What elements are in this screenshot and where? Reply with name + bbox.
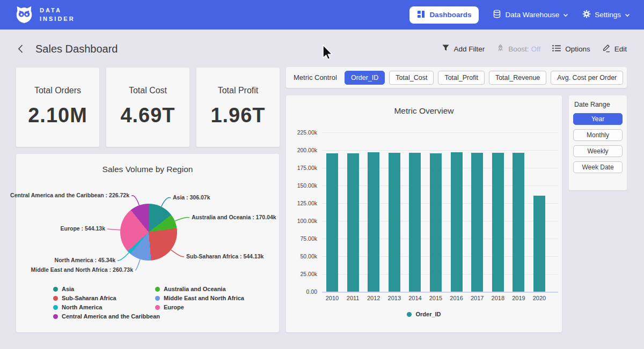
y-axis-tick: 50.00k [289,253,317,259]
pie-chart-card: Sales Volume by Region Asia : 306.07kAus… [16,154,279,332]
options-button[interactable]: Options [552,44,590,54]
pie-slice-label: Middle East and North Africa : 260.73k [31,266,133,273]
legend-label: Europe [164,304,184,310]
bar-2019[interactable] [513,153,524,292]
page-title: Sales Dashboard [35,43,118,55]
date-range-buttons: YearMonthlyWeeklyWeek Date [573,113,623,173]
legend-item[interactable]: Central America and the Caribbean [53,313,160,320]
y-axis-tick: 125.00k [289,200,317,206]
date-range-title: Date Range [574,101,623,108]
data-warehouse-label: Data Warehouse [505,11,559,19]
legend-dot [155,296,160,301]
pie-leader-line [171,250,185,257]
list-options-icon [552,44,561,54]
boost-toggle[interactable]: Boost: Off [496,44,540,54]
legend-label: Central America and the Caribbean [62,313,160,320]
x-axis-tick: 2012 [362,295,385,301]
rocket-icon [496,44,504,54]
kpi-value: 2.10M [28,104,87,127]
legend-item[interactable]: Sub-Saharan Africa [53,295,160,301]
bar-2014[interactable] [409,153,421,292]
metric-option-order-id[interactable]: Order_ID [345,71,385,85]
dashboard-header: Sales Dashboard Add Filter Boost: Off [0,38,644,60]
kpi-value: 1.96T [210,104,265,127]
y-axis-tick: 25.00k [289,271,317,277]
bar-2010[interactable] [326,153,338,292]
legend-item[interactable]: Europe [155,304,244,310]
data-warehouse-menu[interactable]: Data Warehouse [493,10,568,20]
bar-2017[interactable] [471,153,483,292]
metric-option-avg-cost-per-order[interactable]: Avg. Cost per Order [551,71,623,85]
x-axis-tick: 2011 [341,295,365,301]
date-range-week-date[interactable]: Week Date [573,161,623,173]
metric-option-total-cost[interactable]: Total_Cost [389,71,434,85]
bar-2020[interactable] [533,196,545,292]
bar-chart-legend[interactable]: Order_ID [286,311,562,317]
legend-label: Order_ID [415,311,441,317]
bar-2015[interactable] [430,153,442,292]
add-filter-button[interactable]: Add Filter [442,44,485,54]
y-axis-tick: 175.00k [289,165,317,171]
gridline [322,292,558,293]
legend-dot [53,305,58,310]
metric-option-total-profit[interactable]: Total_Profit [438,71,485,85]
pie-legend-column: Australia and OceaniaMiddle East and Nor… [155,286,244,310]
x-axis-tick: 2015 [424,295,448,301]
date-range-weekly[interactable]: Weekly [573,145,623,157]
kpi-label: Total Profit [218,86,259,95]
settings-menu[interactable]: Settings [582,10,630,20]
top-navbar: DATA INSIDER Dashboards Da [0,0,644,29]
legend-item[interactable]: North America [53,304,160,310]
back-button[interactable] [17,44,24,54]
edit-button[interactable]: Edit [602,43,627,54]
legend-item[interactable]: Australia and Oceania [155,286,244,292]
gridline [322,132,558,133]
y-axis-tick: 150.00k [289,182,317,189]
x-axis-tick: 2018 [486,295,510,301]
pie-slice-label: Asia : 306.07k [173,194,210,201]
legend-dot [155,305,160,310]
metric-control-label: Metric Control [294,73,337,81]
date-range-year[interactable]: Year [573,113,623,125]
settings-label: Settings [595,11,621,19]
kpi-card: Total Profit1.96T [196,68,280,147]
bar-chart-card: Metric Overview 225.00k200.00k175.00k150… [286,95,562,332]
bar-2016[interactable] [451,152,463,292]
y-axis-tick: 75.00k [289,235,317,242]
bar-2013[interactable] [389,153,400,292]
legend-label: North America [62,304,102,310]
kpi-card: Total Cost4.69T [106,68,189,147]
x-axis-tick: 2014 [403,295,427,301]
pie-slice-label: Central America and the Caribbean : 226.… [10,192,129,198]
legend-dot [407,312,412,317]
bar-2018[interactable] [492,153,504,292]
y-axis-tick: 200.00k [289,147,317,153]
kpi-label: Total Cost [129,86,167,95]
brand-logo[interactable]: DATA INSIDER [14,4,75,26]
bar-2012[interactable] [368,152,379,292]
pie-slice-label: North America : 45.34k [55,257,115,263]
pie-legend-column: AsiaSub-Saharan AfricaNorth AmericaCentr… [53,286,160,320]
legend-label: Australia and Oceania [164,286,226,292]
pencil-icon [602,43,611,54]
y-axis-tick: 100.00k [289,218,317,224]
brand-text: DATA INSIDER [40,6,75,24]
filter-funnel-icon [442,44,450,54]
legend-item[interactable]: Asia [53,286,160,292]
x-axis-tick: 2016 [445,295,469,301]
bar-2011[interactable] [347,153,359,292]
x-axis-tick: 2019 [507,295,530,301]
kpi-label: Total Orders [34,86,81,95]
pie-slice-label: Sub-Saharan Africa : 544.13k [186,253,264,259]
dashboard-grid-icon [417,10,425,20]
gridline [322,150,558,151]
pie-leader-line [131,196,139,205]
chevron-down-icon [625,11,630,19]
pie-chart[interactable] [120,204,177,261]
metric-option-total-revenue[interactable]: Total_Revenue [489,71,546,85]
chevron-down-icon [563,11,568,19]
date-range-monthly[interactable]: Monthly [573,129,623,141]
gear-icon [582,10,591,20]
dashboards-button[interactable]: Dashboards [409,6,479,24]
legend-item[interactable]: Middle East and North Africa [155,295,244,301]
